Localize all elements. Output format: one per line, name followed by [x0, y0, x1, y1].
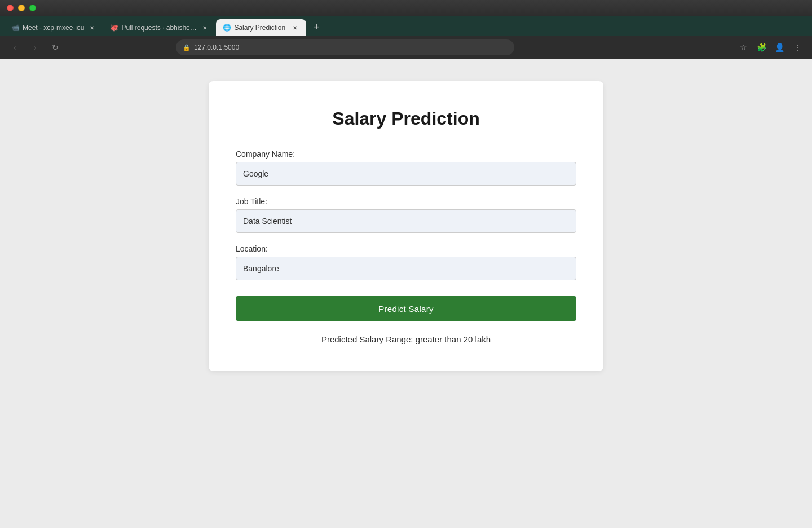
company-name-group: Company Name:	[236, 149, 576, 186]
predict-salary-button[interactable]: Predict Salary	[236, 296, 576, 321]
browser-addressbar: ‹ › ↻ 🔒 127.0.0.1:5000 ☆ 🧩 👤 ⋮	[0, 36, 812, 59]
forward-button[interactable]: ›	[27, 39, 43, 55]
tab-salary-close[interactable]: ✕	[290, 23, 299, 32]
url-text: 127.0.0.1:5000	[194, 43, 239, 51]
tab-github-icon: 🐙	[110, 24, 118, 32]
menu-button[interactable]: ⋮	[789, 39, 805, 55]
main-card: Salary Prediction Company Name: Job Titl…	[209, 81, 603, 371]
tab-meet-icon: 📹	[11, 24, 19, 32]
tab-salary[interactable]: 🌐 Salary Prediction ✕	[216, 19, 306, 36]
tab-salary-label: Salary Prediction	[234, 24, 287, 32]
tab-meet-label: Meet - xcp-mxee-iou	[23, 24, 84, 32]
lock-icon: 🔒	[183, 44, 191, 51]
job-title-group: Job Title:	[236, 197, 576, 233]
location-label: Location:	[236, 244, 576, 253]
tab-salary-icon: 🌐	[223, 24, 231, 32]
tab-meet-close[interactable]: ✕	[87, 23, 96, 32]
browser-titlebar	[0, 0, 812, 16]
refresh-button[interactable]: ↻	[47, 39, 63, 55]
job-title-label: Job Title:	[236, 197, 576, 206]
location-group: Location:	[236, 244, 576, 280]
page-content: Salary Prediction Company Name: Job Titl…	[0, 59, 812, 528]
bookmark-button[interactable]: ☆	[735, 39, 751, 55]
tab-github-close[interactable]: ✕	[200, 23, 209, 32]
tab-github[interactable]: 🐙 Pull requests · abhisheks008 ✕	[103, 19, 216, 36]
back-button[interactable]: ‹	[7, 39, 23, 55]
location-input[interactable]	[236, 257, 576, 280]
browser-actions: ☆ 🧩 👤 ⋮	[735, 39, 805, 55]
result-text: Predicted Salary Range: greater than 20 …	[236, 335, 576, 344]
tab-github-label: Pull requests · abhisheks008	[121, 24, 197, 32]
company-name-input[interactable]	[236, 162, 576, 186]
browser-chrome: 📹 Meet - xcp-mxee-iou ✕ 🐙 Pull requests …	[0, 0, 812, 59]
profile-button[interactable]: 👤	[771, 39, 787, 55]
company-name-label: Company Name:	[236, 149, 576, 159]
traffic-light-close[interactable]	[7, 5, 14, 11]
traffic-light-minimize[interactable]	[18, 5, 25, 11]
traffic-light-fullscreen[interactable]	[29, 5, 36, 11]
new-tab-button[interactable]: +	[308, 19, 324, 35]
extensions-button[interactable]: 🧩	[753, 39, 769, 55]
job-title-input[interactable]	[236, 209, 576, 233]
page-title: Salary Prediction	[236, 108, 576, 129]
address-bar[interactable]: 🔒 127.0.0.1:5000	[176, 39, 514, 55]
tab-meet[interactable]: 📹 Meet - xcp-mxee-iou ✕	[5, 19, 103, 36]
browser-tabs: 📹 Meet - xcp-mxee-iou ✕ 🐙 Pull requests …	[0, 16, 812, 36]
